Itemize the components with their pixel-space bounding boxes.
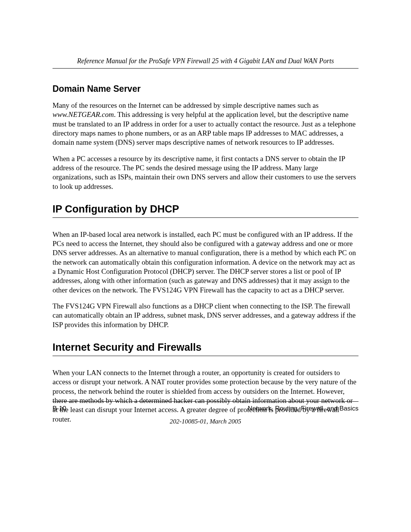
page-number: B-10 (53, 405, 66, 412)
heading-firewalls: Internet Security and Firewalls (53, 342, 358, 356)
heading-dns: Domain Name Server (53, 84, 358, 94)
dhcp-paragraph-1: When an IP-based local area network is i… (53, 230, 358, 295)
running-header: Reference Manual for the ProSafe VPN Fir… (53, 57, 358, 69)
document-page: Reference Manual for the ProSafe VPN Fir… (0, 0, 411, 424)
dns-paragraph-1: Many of the resources on the Internet ca… (53, 101, 358, 147)
text-fragment: Many of the resources on the Internet ca… (53, 101, 319, 109)
dns-paragraph-2: When a PC accesses a resource by its des… (53, 154, 358, 191)
url-emphasis: www.NETGEAR.com (53, 110, 114, 118)
dhcp-paragraph-2: The FVS124G VPN Firewall also functions … (53, 302, 358, 329)
footer-rule (53, 401, 358, 402)
footer-row: B-10 Network, Routing, Firewall, and Bas… (53, 405, 358, 412)
heading-dhcp: IP Configuration by DHCP (53, 203, 358, 218)
footer-doc-date: 202-10085-01, March 2005 (53, 418, 358, 425)
footer-section-title: Network, Routing, Firewall, and Basics (248, 405, 358, 412)
page-footer: B-10 Network, Routing, Firewall, and Bas… (53, 401, 358, 425)
